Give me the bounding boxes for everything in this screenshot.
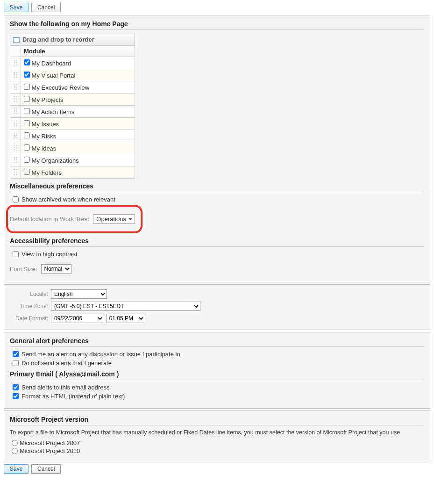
grid-icon [13, 37, 20, 43]
table-row: My Ideas [10, 142, 135, 154]
module-cell: My Organizations [21, 154, 135, 166]
home-modules-title: Show the following on my Home Page [10, 20, 424, 30]
alerts-title: General alert preferences [10, 337, 424, 347]
time-select[interactable]: 01:05 PM [106, 314, 145, 323]
module-cell: My Visual Portal [21, 69, 135, 81]
table-row: My Dashboard [10, 57, 135, 69]
drag-handle-icon[interactable] [13, 156, 18, 163]
high-contrast-row: View in high contrast [13, 251, 424, 258]
format-html-checkbox[interactable] [13, 393, 19, 399]
table-row: My Action Items [10, 106, 135, 118]
timezone-label: Time Zone: [10, 303, 48, 310]
alert-participate-checkbox[interactable] [13, 351, 19, 357]
module-cell: My Projects [21, 94, 135, 106]
send-to-email-label: Send alerts to this email address [21, 384, 110, 391]
accessibility-title: Accessibility preferences [10, 237, 424, 247]
drag-handle-icon[interactable] [13, 95, 18, 102]
drag-handle-cell[interactable] [10, 166, 21, 179]
drag-handle-icon[interactable] [13, 59, 18, 65]
cancel-button-bottom[interactable]: Cancel [31, 464, 61, 474]
format-html-label: Format as HTML (instead of plain text) [21, 393, 125, 400]
drag-handle-icon[interactable] [13, 71, 18, 78]
module-checkbox[interactable] [24, 120, 30, 126]
msproject-2010-radio[interactable] [12, 448, 18, 454]
alert-generate-checkbox[interactable] [13, 360, 19, 366]
msproject-2010-label: Microsoft Project 2010 [20, 447, 80, 454]
module-label: My Folders [30, 169, 62, 176]
drag-handle-icon[interactable] [13, 120, 18, 126]
alert-participate-label: Send me an alert on any discussion or is… [21, 351, 180, 358]
module-checkbox[interactable] [24, 72, 30, 78]
msproject-panel: Microsoft Project version To export a fi… [4, 410, 430, 462]
drag-handle-cell[interactable] [10, 118, 21, 130]
module-label: My Ideas [30, 145, 56, 152]
drag-column-header [10, 46, 21, 57]
module-label: My Executive Review [30, 84, 89, 91]
module-checkbox[interactable] [24, 169, 30, 175]
table-row: My Folders [10, 166, 135, 179]
font-size-label: Font Size: [10, 266, 37, 273]
module-cell: My Folders [21, 166, 135, 179]
drag-handle-cell[interactable] [10, 94, 21, 106]
misc-title: Miscellaneous preferences [10, 182, 424, 192]
drag-handle-icon[interactable] [13, 168, 18, 175]
module-cell: My Ideas [21, 142, 135, 154]
drag-handle-cell[interactable] [10, 130, 21, 142]
cancel-button[interactable]: Cancel [31, 3, 61, 12]
module-label: My Visual Portal [30, 72, 75, 79]
drag-handle-icon[interactable] [13, 83, 18, 90]
date-select[interactable]: 09/22/2006 [51, 314, 104, 323]
font-size-select[interactable]: Normal [41, 264, 71, 274]
drag-handle-icon[interactable] [13, 144, 18, 151]
module-checkbox[interactable] [24, 59, 30, 65]
module-checkbox[interactable] [24, 157, 30, 163]
locale-select[interactable]: English [51, 289, 107, 299]
module-cell: My Executive Review [21, 81, 135, 94]
alerts-panel: General alert preferences Send me an ale… [4, 332, 430, 409]
timezone-select[interactable]: (GMT -5:0) EST - EST5EDT [51, 302, 200, 311]
msproject-description: To export a file to Microsoft Project th… [10, 429, 424, 436]
module-column-header: Module [21, 46, 135, 57]
msproject-2007-label: Microsoft Project 2007 [20, 439, 80, 446]
default-location-label: Default location in Work Tree: [10, 216, 89, 223]
save-button-bottom[interactable]: Save [4, 464, 28, 474]
table-row: My Executive Review [10, 81, 135, 94]
table-row: My Issues [10, 118, 135, 130]
module-checkbox[interactable] [24, 144, 30, 151]
module-label: My Issues [30, 121, 59, 128]
locale-label: Locale: [10, 291, 48, 297]
module-table: Module My Dashboard My Visual Portal My … [10, 45, 135, 179]
high-contrast-checkbox[interactable] [13, 251, 19, 257]
drag-handle-cell[interactable] [10, 69, 21, 81]
table-row: My Visual Portal [10, 69, 135, 81]
module-checkbox[interactable] [24, 108, 30, 114]
drag-handle-cell[interactable] [10, 81, 21, 94]
module-cell: My Dashboard [21, 57, 135, 69]
module-label: My Risks [30, 133, 56, 140]
show-archived-row: Show archived work when relevant [13, 196, 424, 203]
default-location-select[interactable]: Operations [93, 214, 135, 224]
table-row: My Projects [10, 94, 135, 106]
drag-handle-icon[interactable] [13, 108, 18, 114]
send-to-email-checkbox[interactable] [13, 384, 19, 390]
msproject-2007-radio[interactable] [12, 440, 18, 446]
module-cell: My Risks [21, 130, 135, 142]
default-location-highlight: Default location in Work Tree: Operation… [6, 205, 142, 233]
module-label: My Action Items [30, 108, 74, 115]
drag-handle-icon[interactable] [13, 132, 18, 138]
table-row: My Organizations [10, 154, 135, 166]
module-checkbox[interactable] [24, 84, 30, 90]
module-label: My Projects [30, 96, 64, 103]
drag-handle-cell[interactable] [10, 57, 21, 69]
module-checkbox[interactable] [24, 132, 30, 138]
dateformat-label: Date Format: [10, 315, 48, 322]
drag-handle-cell[interactable] [10, 142, 21, 154]
alert-generate-label: Do not send alerts that I generate [21, 360, 112, 367]
module-label: My Organizations [30, 157, 79, 164]
preferences-panel-1: Show the following on my Home Page Drag … [4, 15, 430, 282]
module-checkbox[interactable] [24, 96, 30, 102]
show-archived-checkbox[interactable] [13, 196, 19, 202]
drag-handle-cell[interactable] [10, 154, 21, 166]
save-button[interactable]: Save [4, 3, 28, 12]
drag-handle-cell[interactable] [10, 106, 21, 118]
